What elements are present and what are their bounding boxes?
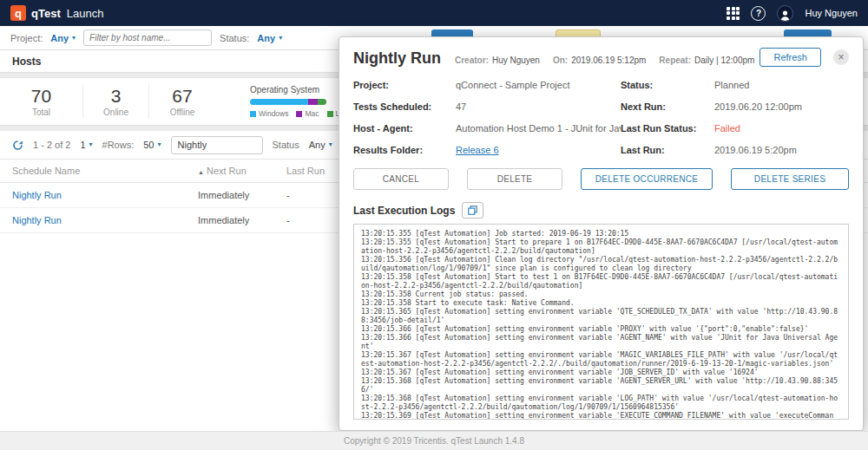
stat-offline: 67 Offline (149, 84, 215, 118)
person-icon (779, 10, 791, 21)
modal-close-icon[interactable]: × (833, 49, 849, 65)
field-label: Host - Agent: (353, 123, 456, 134)
os-bar-segment (318, 99, 326, 105)
creator-label: Creator: (455, 55, 489, 65)
schedule-detail-modal: Nightly Run Creator:Huy Nguyen On:2019.0… (339, 36, 864, 431)
schedule-name-link[interactable]: Nightly Run (12, 190, 62, 200)
field-label: Status: (621, 80, 714, 90)
help-icon[interactable]: ? (751, 6, 766, 21)
stat-total: 70 Total (0, 84, 83, 118)
field-label: Last Run: (621, 145, 714, 155)
os-bar-segment (250, 99, 308, 105)
execution-log-output[interactable]: 13:20:15.355 [qTest Automation] Job star… (353, 224, 849, 420)
project-filter-dropdown[interactable]: Any▾ (50, 33, 76, 43)
host-name-filter-input[interactable] (83, 29, 212, 46)
field-label: Last Run Status: (621, 123, 714, 134)
modal-meta: Creator:Huy Nguyen On:2019.06.19 5:12pm … (455, 55, 754, 65)
os-legend-item: Mac (296, 109, 319, 118)
field-value-last-run-status: Failed (714, 123, 849, 134)
schedule-status-label: Status (273, 140, 299, 150)
field-value-tests-scheduled: 47 (456, 101, 621, 112)
refresh-list-icon[interactable] (12, 140, 23, 151)
schedule-name-link[interactable]: Nightly Run (12, 215, 62, 225)
next-run-cell: Immediately (198, 215, 286, 225)
rows-label: #Rows: (102, 140, 135, 150)
field-value-status: Planned (714, 80, 849, 90)
status-filter-label: Status: (220, 33, 249, 43)
stat-online: 3 Online (83, 84, 149, 118)
app-grid-icon[interactable] (727, 7, 740, 20)
column-next-run[interactable]: ▲Next Run (198, 166, 286, 176)
rows-select-dropdown[interactable]: 50▾ (143, 140, 161, 150)
field-value-last-run: 2019.06.19 5:20pm (714, 145, 849, 155)
delete-series-button[interactable]: DELETE SERIES (731, 168, 849, 190)
column-schedule-name[interactable]: Schedule Name (12, 166, 198, 176)
field-value-next-run: 2019.06.20 12:00pm (714, 101, 849, 112)
on-label: On: (553, 55, 568, 65)
brand: q qTest Launch (10, 5, 103, 21)
field-value-host-agent: Automation Host Demo 1 - JUnit for Java … (456, 123, 621, 134)
last-execution-logs-label: Last Execution Logs (353, 205, 455, 217)
chevron-down-icon: ▾ (89, 141, 93, 148)
legend-swatch-icon (327, 111, 333, 117)
field-label: Results Folder: (353, 145, 456, 155)
pagination-range: 1 - 2 of 2 (33, 140, 70, 150)
chevron-down-icon: ▾ (279, 35, 282, 42)
modal-fields: Project: qConnect - Sample Project Statu… (353, 80, 849, 155)
field-label: Tests Scheduled: (353, 101, 456, 112)
delete-button[interactable]: DELETE (467, 168, 562, 190)
schedule-status-dropdown[interactable]: Any▾ (309, 140, 332, 150)
repeat-value: Daily | 12:00pm (694, 55, 754, 65)
brand-name: qTest (31, 7, 61, 20)
brand-suffix: Launch (67, 7, 104, 20)
status-filter-dropdown[interactable]: Any▾ (257, 33, 282, 43)
copy-logs-icon[interactable] (462, 202, 483, 218)
modal-refresh-button[interactable]: Refresh (760, 48, 821, 67)
field-label: Project: (353, 80, 456, 90)
delete-occurrence-button[interactable]: DELETE OCCURRENCE (581, 168, 713, 190)
page-select-dropdown[interactable]: 1▾ (80, 140, 92, 150)
chevron-down-icon: ▾ (158, 141, 161, 148)
app-footer: Copyright © 2019 Tricentis. qTest Launch… (0, 431, 868, 450)
qtest-logo-icon: q (10, 5, 26, 21)
project-filter-label: Project: (10, 33, 43, 43)
schedule-search-input[interactable] (171, 136, 263, 154)
next-run-cell: Immediately (198, 190, 286, 200)
repeat-label: Repeat: (659, 55, 691, 65)
field-label: Next Run: (621, 101, 714, 112)
results-folder-link[interactable]: Release 6 (456, 145, 499, 155)
sort-asc-icon: ▲ (198, 169, 204, 175)
top-navbar: q qTest Launch ? Huy Nguyen (0, 0, 868, 26)
user-name[interactable]: Huy Nguyen (805, 8, 858, 18)
on-value: 2019.06.19 5:12pm (571, 55, 646, 65)
os-legend-item: Windows (250, 109, 288, 118)
chevron-down-icon: ▾ (72, 35, 76, 42)
modal-title: Nightly Run (353, 49, 441, 68)
field-value-project: qConnect - Sample Project (456, 80, 621, 90)
modal-actions: CANCEL DELETE DELETE OCCURRENCE DELETE S… (353, 168, 849, 190)
page: q qTest Launch ? Huy Nguyen Project: Any… (0, 0, 868, 450)
creator-value: Huy Nguyen (492, 55, 540, 65)
user-avatar[interactable] (777, 5, 793, 22)
legend-swatch-icon (250, 111, 256, 117)
cancel-button[interactable]: CANCEL (353, 168, 449, 190)
legend-swatch-icon (296, 111, 302, 117)
os-bar (250, 99, 326, 105)
chevron-down-icon: ▾ (329, 141, 332, 148)
os-bar-segment (308, 99, 318, 105)
